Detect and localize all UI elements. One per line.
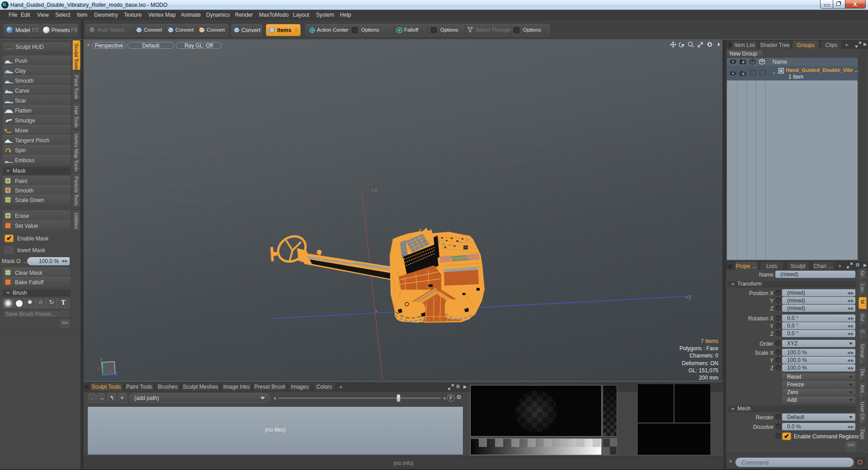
svg-text:+Z: +Z	[685, 295, 691, 300]
svg-text:Z: Z	[116, 372, 118, 377]
svg-text:+X: +X	[371, 188, 377, 193]
svg-text:X: X	[97, 367, 100, 371]
svg-text:Y: Y	[100, 357, 103, 362]
svg-text:HUD: HUD	[6, 47, 12, 50]
